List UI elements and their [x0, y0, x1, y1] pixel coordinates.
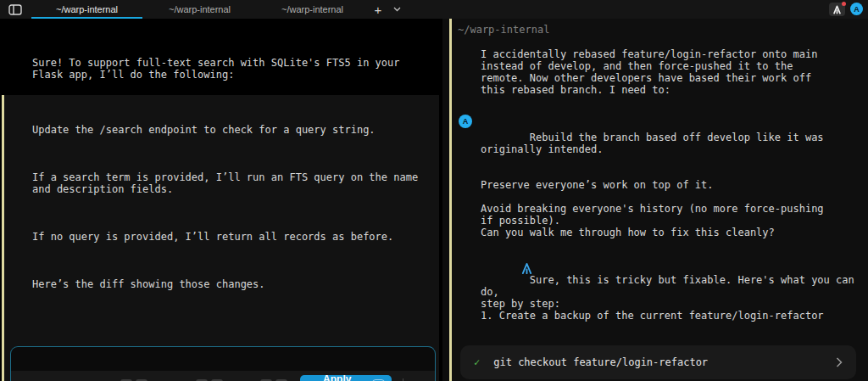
assistant-message: Sure, this is tricky but fixable. Here's… [481, 250, 860, 333]
response-paragraph: Update the /search endpoint to check for… [32, 124, 439, 136]
command-block-1[interactable]: ✓ git checkout feature/login-refactor [460, 345, 856, 379]
left-pane: Sure! To support full-text search with S… [0, 19, 439, 381]
warp-logo-icon [832, 5, 842, 14]
diff-toolbar: Fix varia… Cancel ⌘ ⇧ Refine ⌘ ⇧ Edit ⌘ [11, 371, 435, 381]
right-pane: ~/warp-internal I accidentally rebased f… [442, 19, 868, 381]
user-goal-1: A Rebuild the branch based off develop l… [481, 108, 860, 167]
assistant-text: Sure, this is tricky but fixable. Here's… [481, 274, 860, 322]
tab-bar: ~/warp-internal ~/warp-internal ~/warp-i… [0, 0, 868, 19]
chevron-down-icon [393, 7, 401, 12]
avatar-letter: A [854, 5, 860, 14]
response-paragraph: Sure! To support full-text search with S… [32, 57, 436, 81]
working-directory-label: ~/warp-internal [458, 24, 868, 36]
tab-label: ~/warp-internal [281, 4, 343, 14]
response-paragraph: If no query is provided, I’ll return all… [32, 231, 439, 243]
sidebar-toggle-button[interactable] [0, 0, 31, 19]
chevron-right-icon [836, 357, 843, 367]
goal-text: Rebuild the branch based off develop lik… [481, 132, 824, 155]
diff-panel: Fix varia… Cancel ⌘ ⇧ Refine ⌘ ⇧ Edit ⌘ [10, 346, 436, 381]
notification-dot [842, 2, 846, 6]
tab-list-dropdown-button[interactable] [387, 0, 406, 19]
user-message: I accidentally rebased feature/login-ref… [481, 48, 860, 96]
tab-label: ~/warp-internal [169, 4, 231, 14]
tab-warp-internal-1[interactable]: ~/warp-internal [31, 0, 143, 19]
agent-response-block: Sure! To support full-text search with S… [0, 19, 439, 95]
command-text: git checkout feature/login-refactor [493, 356, 836, 368]
response-paragraph: Here’s the diff showing those changes. [32, 278, 439, 290]
apply-changes-button[interactable]: Apply changes ↵ [300, 375, 392, 381]
apply-changes-label: Apply changes [307, 373, 367, 381]
tab-warp-internal-2[interactable]: ~/warp-internal [143, 0, 256, 19]
plus-icon: + [375, 3, 382, 17]
warp-ai-logo-icon [459, 250, 533, 289]
sidebar-toggle-icon [8, 4, 22, 15]
terminal-panes: Sure! To support full-text search with S… [0, 19, 868, 381]
tabbar-spacer [406, 0, 829, 19]
check-icon: ✓ [474, 356, 480, 368]
user-goal-3: Avoid breaking everyone's history (no mo… [481, 203, 860, 238]
user-avatar[interactable]: A [850, 3, 863, 15]
highlighted-block: Update the /search endpoint to check for… [2, 95, 439, 381]
new-tab-button[interactable]: + [369, 0, 387, 19]
tab-warp-internal-3[interactable]: ~/warp-internal [256, 0, 369, 19]
user-goal-2: Preserve everyone’s work on top of it. [481, 179, 860, 191]
conversation-block: ~/warp-internal I accidentally rebased f… [449, 19, 868, 381]
response-paragraph: If a search term is provided, I’ll run a… [32, 171, 439, 195]
user-avatar-badge: A [459, 115, 472, 128]
warp-assistant-button[interactable] [829, 3, 845, 16]
avatar-letter: A [463, 115, 469, 127]
tab-label: ~/warp-internal [56, 4, 118, 14]
